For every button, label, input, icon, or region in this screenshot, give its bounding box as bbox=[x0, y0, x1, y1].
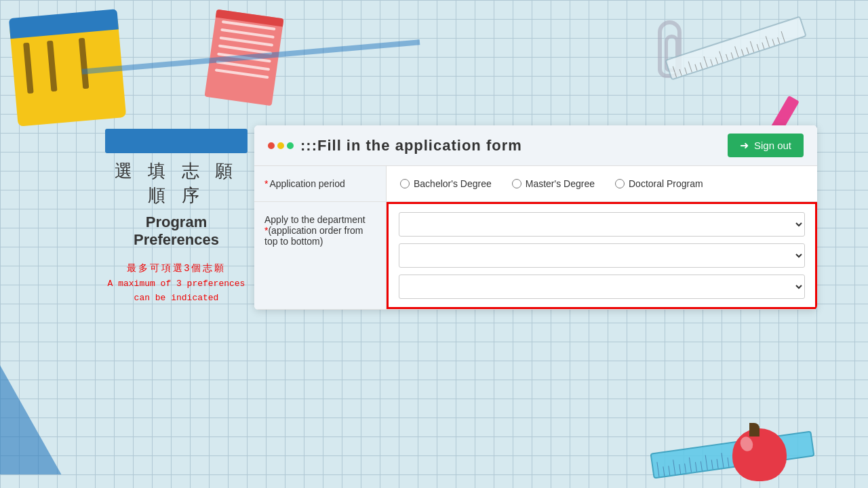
application-period-label: * Application period bbox=[254, 166, 387, 201]
bachelor-radio[interactable] bbox=[400, 179, 410, 188]
sign-out-label: Sign out bbox=[754, 140, 791, 151]
master-radio[interactable] bbox=[512, 179, 521, 188]
sidebar-english-title: Program Preferences bbox=[105, 214, 248, 249]
doctoral-radio-item[interactable]: Doctoral Program bbox=[615, 178, 703, 189]
department-label: Apply to the department *(application or… bbox=[254, 202, 387, 309]
dot-green bbox=[287, 142, 294, 149]
bachelor-radio-item[interactable]: Bachelor's Degree bbox=[400, 178, 492, 189]
triangle-left-decoration bbox=[0, 339, 122, 474]
doctoral-radio[interactable] bbox=[615, 179, 625, 188]
department-select-2[interactable] bbox=[399, 243, 805, 268]
doctoral-label: Doctoral Program bbox=[629, 178, 703, 189]
main-panel: :::Fill in the application form ➜ Sign o… bbox=[254, 125, 817, 310]
master-radio-item[interactable]: Master's Degree bbox=[512, 178, 595, 189]
application-period-row: * Application period Bachelor's Degree M… bbox=[254, 166, 817, 202]
degree-options-value: Bachelor's Degree Master's Degree Doctor… bbox=[387, 166, 817, 201]
apple-decoration bbox=[732, 420, 793, 481]
sidebar-chinese-title: 選 填 志 願 順 序 bbox=[105, 159, 248, 208]
dot-red bbox=[268, 142, 275, 149]
dot-yellow bbox=[277, 142, 284, 149]
form-content: * Application period Bachelor's Degree M… bbox=[254, 166, 817, 310]
bachelor-label: Bachelor's Degree bbox=[414, 178, 492, 189]
department-label-line2: (application order from top to bottom) bbox=[264, 225, 363, 247]
department-select-1[interactable] bbox=[399, 212, 805, 237]
sidebar-header-bar bbox=[105, 129, 248, 153]
degree-radio-group: Bachelor's Degree Master's Degree Doctor… bbox=[400, 178, 703, 189]
department-label-line1: Apply to the department bbox=[264, 214, 366, 225]
sign-out-button[interactable]: ➜ Sign out bbox=[728, 134, 804, 157]
panel-title-bar: :::Fill in the application form ➜ Sign o… bbox=[254, 125, 817, 166]
window-controls bbox=[268, 142, 294, 149]
department-selects-container bbox=[387, 202, 817, 309]
sidebar-note-english: A maximum of 3 preferences can be indica… bbox=[105, 277, 248, 306]
required-asterisk: * bbox=[264, 178, 268, 189]
panel-title: :::Fill in the application form bbox=[300, 137, 522, 155]
sidebar-note-chinese: 最多可項選3個志願 bbox=[105, 262, 248, 274]
sidebar: 選 填 志 願 順 序 Program Preferences 最多可項選3個志… bbox=[105, 129, 248, 305]
calendar-decoration bbox=[14, 7, 136, 122]
department-select-3[interactable] bbox=[399, 274, 805, 299]
master-label: Master's Degree bbox=[526, 178, 595, 189]
sign-out-icon: ➜ bbox=[740, 139, 749, 152]
title-left: :::Fill in the application form bbox=[268, 137, 522, 155]
department-row: Apply to the department *(application or… bbox=[254, 202, 817, 310]
